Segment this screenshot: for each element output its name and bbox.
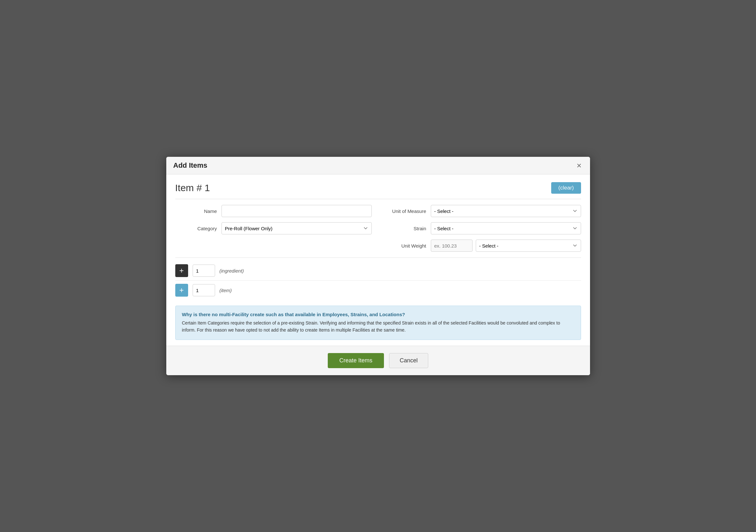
modal-header: Add Items × [166, 157, 590, 174]
modal-title: Add Items [173, 161, 207, 170]
plus-icon: + [179, 266, 184, 275]
add-items-modal: Add Items × Item # 1 (clear) Name Catego… [166, 157, 590, 375]
header-divider [175, 199, 581, 199]
unit-weight-inputs: - Select - [431, 240, 581, 252]
form-grid: Name Category Pre-Roll (Flower Only) Uni… [175, 205, 581, 252]
create-items-button[interactable]: Create Items [328, 353, 384, 368]
add-item-button[interactable]: + [175, 284, 188, 297]
ingredient-count-input[interactable] [193, 265, 215, 277]
modal-body: Item # 1 (clear) Name Category Pre-Roll … [166, 174, 590, 340]
ingredient-label: (ingredient) [220, 268, 244, 273]
item-row: + (item) [175, 281, 581, 300]
unit-weight-input[interactable] [431, 240, 472, 252]
name-field-row: Name [175, 205, 372, 217]
category-select[interactable]: Pre-Roll (Flower Only) [222, 222, 372, 234]
strain-field-row: Strain - Select - [385, 222, 581, 234]
unit-weight-select[interactable]: - Select - [476, 240, 581, 252]
category-label: Category [175, 226, 217, 231]
item-header: Item # 1 (clear) [175, 182, 581, 194]
close-button[interactable]: × [575, 161, 583, 170]
strain-select[interactable]: - Select - [431, 222, 581, 234]
clear-button[interactable]: (clear) [551, 182, 581, 194]
item-label: (item) [220, 288, 232, 293]
category-field-row: Category Pre-Roll (Flower Only) [175, 222, 372, 234]
unit-of-measure-field-row: Unit of Measure - Select - [385, 205, 581, 217]
unit-weight-field-row: Unit Weight - Select - [385, 240, 581, 252]
cancel-button[interactable]: Cancel [389, 353, 428, 368]
info-box-text: Certain Item Categories require the sele… [182, 320, 574, 334]
unit-of-measure-select[interactable]: - Select - [431, 205, 581, 217]
item-number: Item # 1 [175, 183, 210, 193]
form-left: Name Category Pre-Roll (Flower Only) [175, 205, 372, 252]
info-box: Why is there no multi-Facility create su… [175, 306, 581, 340]
strain-label: Strain [385, 226, 426, 231]
unit-weight-label: Unit Weight [385, 243, 426, 248]
name-input[interactable] [222, 205, 372, 217]
item-count-input[interactable] [193, 284, 215, 296]
plus-icon: + [179, 286, 184, 295]
info-box-title: Why is there no multi-Facility create su… [182, 312, 574, 317]
modal-footer: Create Items Cancel [166, 346, 590, 375]
ingredient-row: + (ingredient) [175, 261, 581, 281]
add-ingredient-button[interactable]: + [175, 264, 188, 277]
form-right: Unit of Measure - Select - Strain - Sele… [385, 205, 581, 252]
name-label: Name [175, 209, 217, 214]
unit-of-measure-label: Unit of Measure [385, 209, 426, 214]
ingredient-divider [175, 258, 581, 258]
